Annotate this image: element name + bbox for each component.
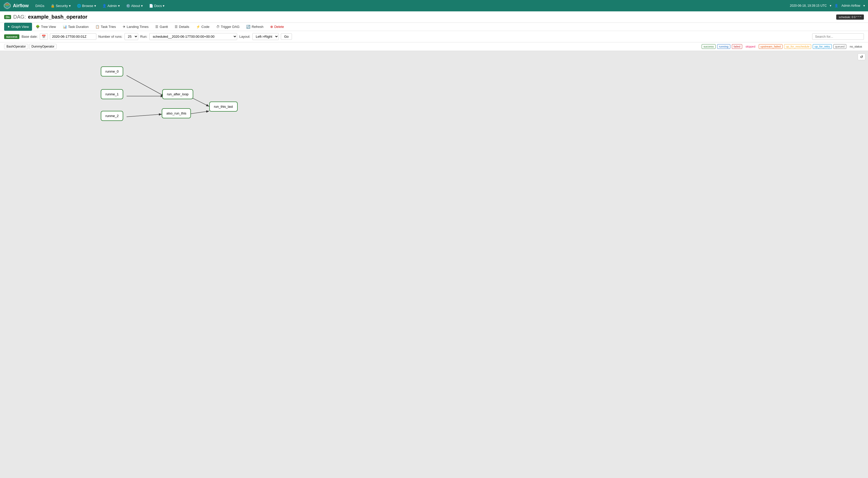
on-badge[interactable]: On [4, 15, 11, 19]
graph-area: ↺ runme_0 runme_1 runm [0, 51, 868, 478]
legend-up-for-reschedule: up_for_reschedule [784, 44, 811, 49]
tab-landing-times[interactable]: ✈ Landing Times [120, 23, 152, 31]
browse-icon: 🌐 [77, 4, 81, 8]
code-label: Code [202, 25, 210, 29]
run-select[interactable]: scheduled__2020-06-17T00:00:00+00:00 [149, 33, 237, 40]
nav-docs-label: Docs [154, 4, 162, 8]
tree-view-label: Tree View [41, 25, 56, 29]
trigger-dag-label: Trigger DAG [221, 25, 240, 29]
node-also-run-this-label: also_run_this [166, 111, 186, 115]
tab-delete[interactable]: ⊗ Delete [267, 23, 287, 31]
operator-dummy[interactable]: DummyOperator [29, 44, 57, 49]
run-label: Run: [140, 35, 147, 38]
node-also-run-this[interactable]: also_run_this [162, 108, 191, 118]
operator-bar: BashOperator DummyOperator success runni… [0, 42, 868, 51]
operator-tags: BashOperator DummyOperator [4, 44, 57, 49]
browse-dropdown-icon: ▾ [94, 4, 96, 8]
user-display: 👤 [834, 4, 838, 7]
nav-security-label: Security [56, 4, 68, 8]
landing-times-label: Landing Times [127, 25, 149, 29]
datetime-display[interactable]: 2020-06-18, 19:39:15 UTC [790, 4, 827, 7]
graph-refresh-button[interactable]: ↺ [858, 54, 865, 60]
tab-task-duration[interactable]: 📊 Task Duration [60, 23, 92, 31]
graph-view-label: Graph View [11, 25, 29, 29]
user-name[interactable]: Admin Airflow [841, 4, 860, 7]
nav-docs[interactable]: 📄 Docs ▾ [147, 2, 167, 9]
nav-admin[interactable]: 👤 Admin ▾ [100, 2, 122, 9]
user-dropdown-icon: ▾ [863, 4, 865, 7]
node-runme-1[interactable]: runme_1 [101, 89, 123, 99]
content-wrapper: On DAG: example_bash_operator schedule: … [0, 11, 868, 478]
legend-skipped: skipped [744, 44, 757, 49]
search-input[interactable] [812, 33, 864, 40]
legend-failed: failed [732, 44, 742, 49]
task-duration-label: Task Duration [68, 25, 89, 29]
nav-browse[interactable]: 🌐 Browse ▾ [74, 2, 99, 9]
tab-tree-view[interactable]: 🌳 Tree View [33, 23, 59, 31]
svg-line-4 [127, 114, 162, 117]
dag-title: On DAG: example_bash_operator [4, 14, 87, 20]
refresh-label: Refresh [252, 25, 264, 29]
tree-view-icon: 🌳 [36, 25, 40, 29]
dag-name: example_bash_operator [28, 14, 87, 20]
legend-upstream-failed: upstream_failed [759, 44, 782, 49]
tab-gantt[interactable]: ☰ Gantt [152, 23, 171, 31]
tab-task-tries[interactable]: 📋 Task Tries [92, 23, 119, 31]
legend-no-status: no_status [848, 44, 864, 49]
datetime-dropdown-icon: ▾ [830, 4, 831, 7]
landing-times-icon: ✈ [123, 25, 126, 29]
go-button[interactable]: Go [281, 33, 292, 40]
node-run-after-loop-label: run_after_loop [167, 92, 189, 96]
nav-admin-label: Admin [107, 4, 117, 8]
docs-dropdown-icon: ▾ [163, 4, 164, 8]
nav-dags[interactable]: DAGs [33, 2, 47, 9]
layout-label: Layout: [239, 35, 250, 38]
node-run-this-last[interactable]: run_this_last [209, 101, 238, 112]
base-date-input[interactable] [50, 33, 96, 40]
task-tries-label: Task Tries [101, 25, 116, 29]
node-run-this-last-label: run_this_last [214, 104, 233, 109]
dag-label: DAG: [13, 14, 26, 20]
refresh-icon: 🔄 [246, 25, 250, 29]
schedule-badge: schedule: 0 0 * * * [836, 14, 864, 20]
nav-items: DAGs 🔒 Security ▾ 🌐 Browse ▾ 👤 Admin ▾ ⚙… [33, 2, 790, 9]
tab-refresh[interactable]: 🔄 Refresh [243, 23, 267, 31]
legend-queued: queued [833, 44, 846, 49]
graph-view-icon: ✦ [7, 25, 10, 29]
nav-about-label: About [131, 4, 140, 8]
runs-select[interactable]: 25 [125, 33, 138, 40]
tab-trigger-dag[interactable]: ⏱ Trigger DAG [213, 23, 243, 31]
brand-name: Airflow [13, 3, 29, 8]
base-date-label: Base date: [22, 35, 37, 38]
nav-about[interactable]: ⚙️ About ▾ [123, 2, 146, 9]
admin-icon: 👤 [102, 4, 106, 8]
operator-bash[interactable]: BashOperator [4, 44, 28, 49]
nav-right: 2020-06-18, 19:39:15 UTC ▾ 👤 Admin Airfl… [790, 4, 865, 7]
tab-details[interactable]: ☰ Details [172, 23, 192, 31]
node-runme-0-label: runme_0 [105, 69, 119, 73]
trigger-dag-icon: ⏱ [216, 25, 220, 29]
svg-line-2 [127, 76, 164, 96]
details-icon: ☰ [175, 25, 178, 29]
tab-graph-view[interactable]: ✦ Graph View [4, 23, 32, 31]
gantt-icon: ☰ [155, 25, 158, 29]
node-runme-2[interactable]: runme_2 [101, 111, 123, 121]
navbar: Airflow DAGs 🔒 Security ▾ 🌐 Browse ▾ 👤 A… [0, 0, 868, 11]
status-success-badge: success [4, 34, 20, 39]
tab-bar: ✦ Graph View 🌳 Tree View 📊 Task Duration… [0, 23, 868, 31]
about-icon: ⚙️ [126, 4, 130, 8]
nav-security[interactable]: 🔒 Security ▾ [48, 2, 73, 9]
brand-logo[interactable]: Airflow [3, 2, 29, 10]
calendar-button[interactable]: 📅 [40, 33, 48, 40]
tab-code[interactable]: ⚡ Code [193, 23, 213, 31]
runs-label: Number of runs: [98, 35, 122, 38]
layout-select[interactable]: Left->Right [252, 33, 279, 40]
gantt-label: Gantt [160, 25, 168, 29]
page-header: On DAG: example_bash_operator schedule: … [0, 11, 868, 23]
node-run-after-loop[interactable]: run_after_loop [162, 89, 193, 99]
node-runme-0[interactable]: runme_0 [101, 66, 123, 77]
node-runme-1-label: runme_1 [105, 92, 119, 96]
legend-success: success [702, 44, 716, 49]
dag-arrows-svg [0, 51, 868, 478]
about-dropdown-icon: ▾ [141, 4, 143, 8]
